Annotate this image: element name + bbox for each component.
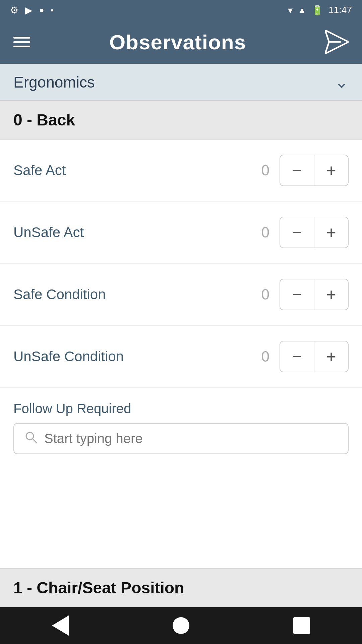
unsafe-condition-controls: 0 − + (256, 341, 349, 372)
unsafe-condition-count: 0 (256, 348, 269, 365)
home-icon (173, 617, 189, 634)
unsafe-act-controls: 0 − + (256, 217, 349, 248)
safe-condition-count: 0 (256, 286, 269, 303)
category-selector[interactable]: Ergonomics ⌄ (0, 64, 362, 101)
home-button[interactable] (173, 617, 189, 634)
unsafe-act-label: UnSafe Act (13, 224, 84, 240)
safe-condition-increment-button[interactable]: + (314, 279, 348, 310)
safe-act-controls: 0 − + (256, 155, 349, 186)
category-label: Ergonomics (13, 73, 95, 91)
unsafe-condition-row: UnSafe Condition 0 − + (0, 326, 362, 388)
wifi-icon: ▾ (288, 5, 293, 16)
status-bar-right: ▾ ▲ 🔋 11:47 (288, 5, 352, 16)
send-button[interactable] (325, 30, 349, 54)
follow-up-label: Follow Up Required (13, 401, 349, 416)
status-bar-left: ⚙ ▶ ● ▪ (10, 5, 54, 16)
back-button[interactable] (52, 615, 69, 636)
unsafe-condition-label: UnSafe Condition (13, 348, 124, 365)
battery-icon: 🔋 (311, 5, 323, 16)
clock: 11:47 (328, 5, 352, 15)
safe-condition-label: Safe Condition (13, 286, 106, 303)
unsafe-act-increment-button[interactable]: + (314, 217, 348, 248)
content-area: Safe Act 0 − + UnSafe Act 0 − + Safe Con… (0, 140, 362, 568)
hamburger-menu-button[interactable] (13, 37, 30, 47)
unsafe-act-row: UnSafe Act 0 − + (0, 202, 362, 264)
recent-button[interactable] (293, 617, 310, 634)
signal-icon: ▲ (298, 5, 306, 15)
circle-icon: ● (39, 5, 44, 15)
unsafe-act-count: 0 (256, 224, 269, 241)
section-1-header: 1 - Chair/Seat Position (0, 568, 362, 607)
follow-up-section: Follow Up Required (0, 388, 362, 461)
recent-icon (293, 617, 310, 634)
section-0-header: 0 - Back (0, 101, 362, 140)
back-icon (52, 615, 69, 636)
safe-act-decrement-button[interactable]: − (280, 155, 314, 185)
safe-condition-decrement-button[interactable]: − (280, 279, 314, 310)
unsafe-condition-stepper: − + (280, 341, 349, 372)
status-bar: ⚙ ▶ ● ▪ ▾ ▲ 🔋 11:47 (0, 0, 362, 20)
unsafe-act-decrement-button[interactable]: − (280, 217, 314, 248)
safe-act-row: Safe Act 0 − + (0, 140, 362, 202)
safe-act-count: 0 (256, 162, 269, 179)
header: Observations (0, 20, 362, 64)
section-1-title: 1 - Chair/Seat Position (13, 579, 184, 597)
sd-icon: ▪ (51, 5, 54, 15)
unsafe-condition-increment-button[interactable]: + (314, 341, 348, 372)
svg-line-3 (33, 439, 37, 443)
page-title: Observations (109, 30, 246, 54)
chevron-down-icon: ⌄ (335, 72, 349, 92)
safe-condition-stepper: − + (280, 279, 349, 310)
safe-condition-row: Safe Condition 0 − + (0, 264, 362, 326)
settings-icon: ⚙ (10, 5, 18, 16)
safe-act-label: Safe Act (13, 162, 66, 178)
follow-up-search-input[interactable] (44, 431, 338, 446)
safe-condition-controls: 0 − + (256, 279, 349, 310)
safe-act-stepper: − + (280, 155, 349, 186)
search-icon (24, 430, 38, 447)
unsafe-act-stepper: − + (280, 217, 349, 248)
unsafe-condition-decrement-button[interactable]: − (280, 341, 314, 372)
nav-bar (0, 607, 362, 644)
play-icon: ▶ (25, 5, 33, 16)
safe-act-increment-button[interactable]: + (314, 155, 348, 185)
section-0-title: 0 - Back (13, 111, 75, 129)
follow-up-search-box[interactable] (13, 423, 349, 454)
